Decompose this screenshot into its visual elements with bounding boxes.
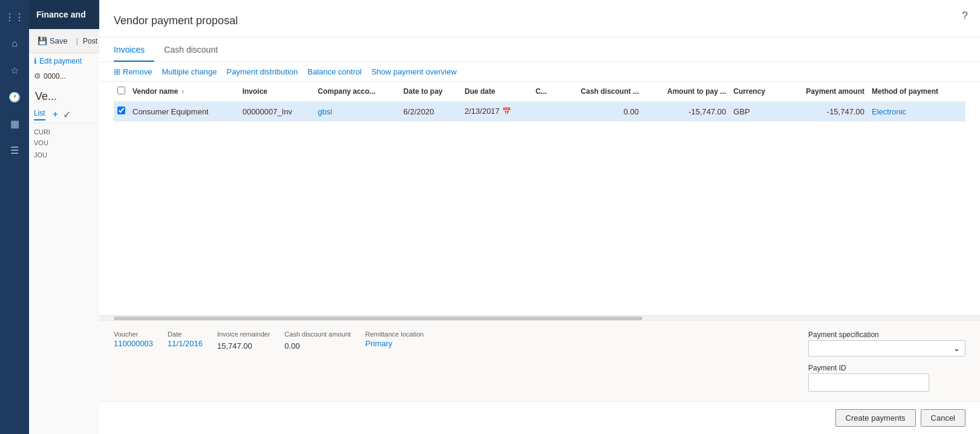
table-container: Vendor name ↑ Invoice Company acco... Da… xyxy=(99,82,980,315)
payment-specification-dropdown[interactable]: ⌄ xyxy=(808,340,965,357)
cell-c xyxy=(532,102,556,122)
tab-cash-discount[interactable]: Cash discount xyxy=(164,38,227,62)
filter-icon[interactable]: ⚙ xyxy=(34,71,41,81)
grid-icon[interactable]: ⋮⋮ xyxy=(2,5,27,29)
cell-company-account[interactable]: gbsi xyxy=(314,102,400,122)
star-icon[interactable]: ☆ xyxy=(2,58,27,82)
voucher-value[interactable]: 110000003 xyxy=(114,339,153,348)
col-company-account: Company acco... xyxy=(314,82,400,102)
toolbar-separator: | xyxy=(76,36,78,45)
payment-id-group: Payment ID xyxy=(808,364,965,392)
payment-distribution-button[interactable]: Payment distribution xyxy=(226,67,298,76)
remittance-location-field: Remittance location Primary xyxy=(365,330,424,392)
check-button[interactable]: ✓ xyxy=(63,109,71,120)
details-panel: Voucher 110000003 Date 11/1/2016 Invoice… xyxy=(99,320,980,401)
cell-due-date: 2/13/2017 📅 xyxy=(461,102,532,120)
cell-method-of-payment[interactable]: Electronic xyxy=(868,102,965,122)
post-label: Post xyxy=(83,37,97,45)
tabs-bar: Invoices Cash discount xyxy=(99,38,980,62)
col-currency: Currency xyxy=(730,82,781,102)
multiple-change-button[interactable]: Multiple change xyxy=(162,67,217,76)
payment-id-input[interactable] xyxy=(808,373,929,392)
col-amount-to-pay: Amount to pay ... xyxy=(642,82,730,102)
show-payment-overview-button[interactable]: Show payment overview xyxy=(371,67,457,76)
invoice-remainder-value: 15,747.00 xyxy=(217,339,270,353)
clock-icon[interactable]: 🕐 xyxy=(2,85,27,109)
calendar-icon[interactable]: 📅 xyxy=(502,107,511,116)
cancel-button[interactable]: Cancel xyxy=(921,409,965,427)
col-due-date: Due date xyxy=(461,82,532,102)
info-icon: ℹ xyxy=(34,57,37,65)
cell-invoice: 00000007_Inv xyxy=(239,102,315,122)
date-value[interactable]: 11/1/2016 xyxy=(168,339,203,348)
save-button[interactable]: 💾 Save xyxy=(34,34,71,48)
cell-date-to-pay: 6/2/2020 xyxy=(400,102,461,122)
remove-table-icon: ⊞ xyxy=(114,67,120,76)
help-icon[interactable]: ? xyxy=(962,10,968,22)
select-all-checkbox[interactable] xyxy=(117,87,125,94)
row-checkbox[interactable] xyxy=(117,107,125,114)
list-tab[interactable]: List xyxy=(34,109,45,120)
cash-discount-amount-value: 0.00 xyxy=(284,339,350,353)
col-payment-amount: Payment amount xyxy=(782,82,868,102)
invoices-table: Vendor name ↑ Invoice Company acco... Da… xyxy=(114,82,965,122)
modal-footer: Create payments Cancel xyxy=(99,401,980,434)
payment-right-section: Payment specification ⌄ Payment ID xyxy=(808,330,965,392)
chart-icon[interactable]: ▦ xyxy=(2,111,27,136)
nav-sidebar: ⋮⋮ ⌂ ☆ 🕐 ▦ ☰ xyxy=(0,0,29,434)
cell-cash-discount: 0.00 xyxy=(557,102,642,122)
col-invoice: Invoice xyxy=(239,82,315,102)
balance-control-button[interactable]: Balance control xyxy=(307,67,362,76)
payment-specification-group: Payment specification ⌄ xyxy=(808,330,965,357)
list-icon[interactable]: ☰ xyxy=(2,138,27,162)
modal-title: Vendor payment proposal xyxy=(99,0,980,38)
create-payments-button[interactable]: Create payments xyxy=(835,409,916,427)
modal-overlay: ? Vendor payment proposal Invoices Cash … xyxy=(99,0,980,434)
remittance-location-value[interactable]: Primary xyxy=(365,339,424,348)
cell-currency: GBP xyxy=(730,102,781,122)
home-icon[interactable]: ⌂ xyxy=(2,31,27,56)
horizontal-scrollbar[interactable] xyxy=(99,315,980,320)
chevron-down-icon: ⌄ xyxy=(953,344,960,353)
cell-amount-to-pay: -15,747.00 xyxy=(642,102,730,122)
cash-discount-amount-field: Cash discount amount 0.00 xyxy=(284,330,350,392)
date-field: Date 11/1/2016 xyxy=(168,330,203,392)
col-method-of-payment: Method of payment xyxy=(868,82,965,102)
add-button[interactable]: + xyxy=(53,109,58,120)
invoice-remainder-field: Invoice remainder 15,747.00 xyxy=(217,330,270,392)
action-bar: ⊞ Remove Multiple change Payment distrib… xyxy=(99,62,980,82)
tab-invoices[interactable]: Invoices xyxy=(114,38,154,62)
sort-icon: ↑ xyxy=(181,88,185,95)
table-row[interactable]: Consumer Equipment 00000007_Inv gbsi 6/2… xyxy=(114,102,965,122)
save-icon: 💾 xyxy=(38,36,47,45)
col-cash-discount: Cash discount ... xyxy=(557,82,642,102)
col-vendor-name: Vendor name ↑ xyxy=(129,82,239,102)
remove-button[interactable]: ⊞ Remove xyxy=(114,67,152,76)
col-date-to-pay: Date to pay xyxy=(400,82,461,102)
col-c: C... xyxy=(532,82,556,102)
voucher-field: Voucher 110000003 xyxy=(114,330,153,392)
id-label: 0000... xyxy=(44,72,66,81)
cell-payment-amount: -15,747.00 xyxy=(782,102,868,122)
cell-vendor-name: Consumer Equipment xyxy=(129,102,239,122)
